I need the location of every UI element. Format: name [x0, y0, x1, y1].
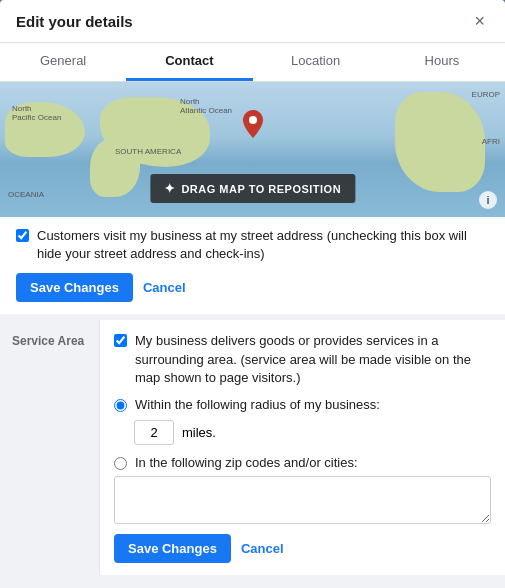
- modal-title: Edit your details: [16, 13, 133, 30]
- miles-label: miles.: [182, 425, 216, 440]
- radius-radio[interactable]: [114, 399, 127, 412]
- close-button[interactable]: ×: [470, 12, 489, 30]
- tab-bar: General Contact Location Hours: [0, 43, 505, 82]
- tab-hours[interactable]: Hours: [379, 43, 505, 81]
- tab-location[interactable]: Location: [253, 43, 379, 81]
- street-address-checkbox[interactable]: [16, 229, 29, 242]
- map-label-oceania: OCEANIA: [8, 190, 44, 199]
- service-area-section: Service Area My business delivers goods …: [0, 320, 505, 575]
- modal-header: Edit your details ×: [0, 0, 505, 43]
- drag-map-button[interactable]: ✦ DRAG MAP TO REPOSITION: [150, 174, 355, 203]
- map-label-pacific: NorthPacific Ocean: [12, 104, 61, 122]
- drag-icon: ✦: [164, 181, 176, 196]
- radius-radio-label: Within the following radius of my busine…: [135, 397, 380, 412]
- street-address-save-button[interactable]: Save Changes: [16, 273, 133, 302]
- service-area-checkbox-row: My business delivers goods or provides s…: [114, 332, 491, 387]
- service-area-checkbox[interactable]: [114, 334, 127, 347]
- service-area-btn-row: Save Changes Cancel: [114, 534, 491, 563]
- map-label-europe: EUROP: [472, 90, 500, 99]
- service-area-save-button[interactable]: Save Changes: [114, 534, 231, 563]
- svg-point-0: [249, 116, 257, 124]
- street-address-cancel-button[interactable]: Cancel: [143, 280, 186, 295]
- modal-body: NorthPacific Ocean NorthAtlantic Ocean S…: [0, 82, 505, 588]
- map-pin: [243, 110, 263, 138]
- edit-details-modal: Edit your details × General Contact Loca…: [0, 0, 505, 588]
- service-area-label: Service Area: [0, 320, 100, 575]
- zipcode-radio[interactable]: [114, 457, 127, 470]
- street-address-btn-row: Save Changes Cancel: [16, 273, 489, 302]
- hours-header: HOURS: [0, 575, 505, 588]
- street-address-checkbox-row: Customers visit my business at my street…: [16, 227, 489, 263]
- map-label-south-america: SOUTH AMERICA: [115, 147, 181, 156]
- radius-input-row: miles.: [134, 420, 491, 445]
- radius-radio-row: Within the following radius of my busine…: [114, 397, 491, 412]
- map-decoration: [395, 92, 485, 192]
- map-info-button[interactable]: i: [479, 191, 497, 209]
- street-address-label: Customers visit my business at my street…: [37, 227, 489, 263]
- tab-general[interactable]: General: [0, 43, 126, 81]
- map-label-atlantic: NorthAtlantic Ocean: [180, 97, 232, 115]
- service-area-cancel-button[interactable]: Cancel: [241, 541, 284, 556]
- radius-input[interactable]: [134, 420, 174, 445]
- street-address-section: Customers visit my business at my street…: [0, 217, 505, 314]
- map-area[interactable]: NorthPacific Ocean NorthAtlantic Ocean S…: [0, 82, 505, 217]
- map-decoration: [90, 137, 140, 197]
- zipcode-radio-row: In the following zip codes and/or cities…: [114, 455, 491, 470]
- tab-contact[interactable]: Contact: [126, 43, 252, 81]
- hours-section: HOURS Hours Open on selected hours Alway…: [0, 575, 505, 588]
- map-label-africa: AFRI: [482, 137, 500, 146]
- zipcode-input[interactable]: [114, 476, 491, 524]
- zipcode-radio-label: In the following zip codes and/or cities…: [135, 455, 358, 470]
- service-area-content: My business delivers goods or provides s…: [100, 320, 505, 575]
- service-area-checkbox-label: My business delivers goods or provides s…: [135, 332, 491, 387]
